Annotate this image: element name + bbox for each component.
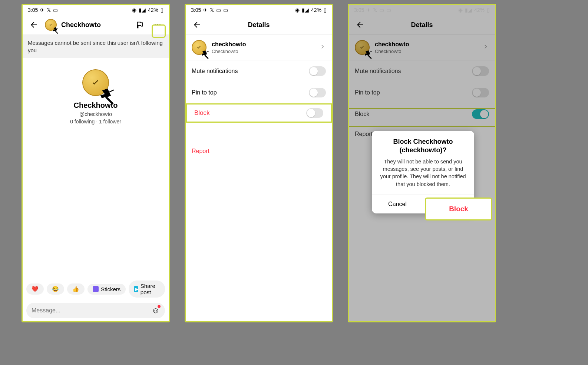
battery-pct: 42% [148, 7, 158, 13]
back-button[interactable] [27, 18, 40, 31]
battery-icon: ▯ [324, 7, 327, 13]
chat-header: Checkhowto [23, 15, 169, 35]
reaction-heart[interactable]: ❤️ [26, 283, 44, 295]
card-icon: ▭ [223, 7, 228, 13]
user-name: checkhowto [212, 41, 314, 48]
card-icon: ▭ [53, 7, 58, 13]
sticker-icon [93, 286, 99, 292]
reaction-thumbs[interactable]: 👍 [67, 283, 85, 295]
battery-pct: 42% [311, 7, 321, 13]
signal-icon: ▮◢ [302, 7, 309, 13]
report-label: Report [192, 148, 209, 154]
dialog-body: They will not be able to send you messag… [372, 158, 474, 195]
screen-block-dialog: 3:05 ✈ 𝕏 ▭ ▭ ◉ ▮◢ 42% ▯ Details checkhow… [348, 4, 496, 322]
header-avatar[interactable] [45, 19, 57, 31]
notice-banner: Messages cannot be sent since this user … [23, 35, 169, 58]
x-icon: 𝕏 [47, 7, 51, 13]
stickers-button[interactable]: Stickers [87, 284, 126, 295]
telegram-icon: ✈ [203, 7, 208, 13]
share-button[interactable]: ▶ Share post [129, 281, 165, 298]
pin-label: Pin to top [192, 89, 217, 96]
user-row[interactable]: checkhowto Checkhowto [186, 35, 332, 60]
block-label: Block [194, 109, 210, 117]
message-bar: ☺ [26, 303, 165, 318]
block-confirm-button[interactable]: Block [425, 198, 492, 220]
cancel-button[interactable]: Cancel [372, 195, 423, 213]
message-input[interactable] [32, 307, 148, 314]
pin-toggle[interactable] [309, 88, 326, 97]
x-icon: 𝕏 [210, 7, 214, 13]
battery-icon: ▯ [161, 7, 163, 13]
chevron-right-icon [319, 43, 326, 52]
user-avatar [192, 40, 207, 55]
profile-handle: @checkhowto [23, 111, 169, 117]
reaction-bar: ❤️ 😂 👍 Stickers ▶ Share post [23, 278, 169, 301]
mute-row: Mute notifications [186, 60, 332, 82]
profile-avatar[interactable] [82, 69, 109, 96]
wifi-icon: ◉ [295, 7, 300, 13]
profile-stats: 0 following · 1 follower [23, 119, 169, 125]
card-icon: ▭ [216, 7, 221, 13]
stickers-label: Stickers [101, 286, 120, 292]
signal-icon: ▮◢ [139, 7, 146, 13]
details-header: Details [186, 15, 332, 35]
dialog-title: Block Checkhowto (checkhowto)? [372, 131, 474, 158]
user-sub: Checkhowto [212, 49, 314, 54]
profile-section: Checkhowto @checkhowto 0 following · 1 f… [23, 58, 169, 128]
mute-toggle[interactable] [309, 66, 326, 76]
report-row[interactable]: Report [186, 142, 332, 160]
flag-button[interactable] [133, 18, 146, 31]
reaction-laugh[interactable]: 😂 [47, 283, 64, 295]
emoji-button[interactable]: ☺ [152, 306, 160, 315]
share-label: Share post [141, 283, 160, 295]
status-bar: 3:05 ✈ 𝕏 ▭ ◉ ▮◢ 42% ▯ [23, 5, 169, 15]
mute-label: Mute notifications [192, 68, 238, 74]
screen-details: 3:05 ✈ 𝕏 ▭ ▭ ◉ ▮◢ 42% ▯ Details checkhow… [185, 4, 333, 322]
telegram-icon: ✈ [40, 7, 44, 13]
status-time: 3:05 [191, 7, 201, 13]
pin-row: Pin to top [186, 82, 332, 103]
block-toggle[interactable] [306, 108, 323, 118]
status-bar: 3:05 ✈ 𝕏 ▭ ▭ ◉ ▮◢ 42% ▯ [186, 5, 332, 15]
back-button[interactable] [190, 18, 204, 31]
screen-chat: 3:05 ✈ 𝕏 ▭ ◉ ▮◢ 42% ▯ Checkhowto [22, 4, 170, 322]
block-row-highlight: Block [186, 103, 332, 123]
highlight-more [152, 24, 166, 38]
chat-title: Checkhowto [61, 21, 129, 29]
share-icon: ▶ [134, 286, 138, 292]
details-title: Details [208, 21, 310, 29]
profile-name: Checkhowto [23, 101, 169, 110]
wifi-icon: ◉ [132, 7, 136, 13]
block-confirm-label: Block [449, 205, 468, 213]
status-time: 3:05 [28, 7, 38, 13]
